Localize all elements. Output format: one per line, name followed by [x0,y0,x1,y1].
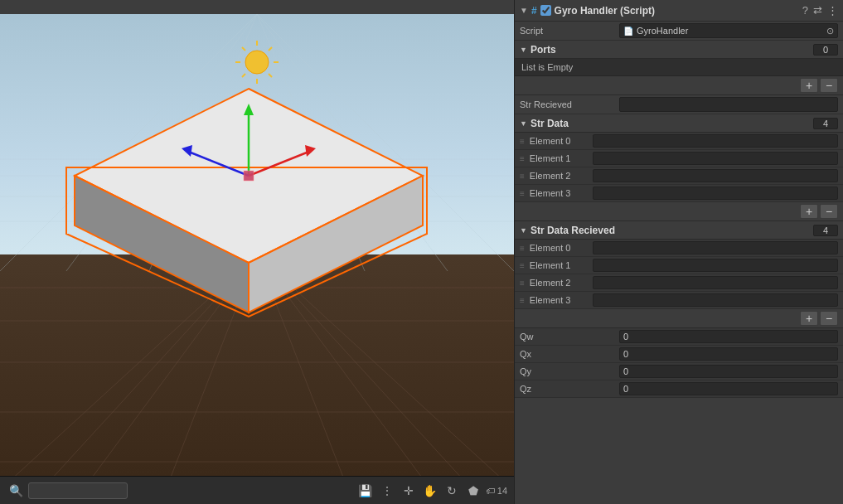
ports-add-button[interactable]: + [800,78,818,93]
inspector-panel: ▼ # Gyro Handler (Script) ? ⇄ ⋮ Script 📄… [514,0,843,504]
str-data-label: Str Data [531,118,810,129]
str-data-add-remove: + − [515,202,843,221]
str-data-count: 4 [813,118,838,129]
drag-handle-icon[interactable]: ≡ [520,172,525,181]
str-data-element-3: ≡ Element 3 [515,185,843,202]
recv-element-1-input[interactable] [593,259,838,272]
element-1-label: Element 1 [530,153,588,163]
drag-handle-icon[interactable]: ≡ [520,244,525,253]
ports-empty-list: List is Empty [515,59,843,76]
qx-label: Qx [520,349,619,359]
drag-handle-icon[interactable]: ≡ [520,279,525,288]
str-received-row: Str Recieved [515,95,843,114]
str-data-element-2: ≡ Element 2 [515,167,843,185]
str-data-remove-button[interactable]: − [820,204,838,219]
ports-count: 0 [813,44,838,56]
drag-handle-icon[interactable]: ≡ [520,261,525,270]
qy-value[interactable]: 0 [619,365,838,378]
recv-element-0-input[interactable] [593,241,838,254]
header-icons: ? ⇄ ⋮ [802,4,838,17]
str-data-recv-add-remove: + − [515,309,843,328]
help-icon[interactable]: ? [802,4,808,17]
qw-value[interactable]: 0 [619,330,838,343]
rotate-tool-icon[interactable]: ↻ [443,482,461,500]
qw-label: Qw [520,332,619,342]
str-data-recv-element-3: ≡ Element 3 [515,292,843,309]
move-tool-icon[interactable]: ✛ [400,482,418,500]
svg-rect-44 [244,171,254,181]
script-file-icon: 📄 [623,27,633,36]
hand-tool-icon[interactable]: ✋ [421,482,439,500]
qz-row: Qz 0 [515,380,843,398]
str-data-element-1: ≡ Element 1 [515,150,843,167]
str-data-section-header: ▼ Str Data 4 [515,114,843,133]
layers-label: 🏷 14 [486,486,507,496]
script-value[interactable]: 📄 GyroHandler ⊙ [619,23,838,38]
ports-empty-text: List is Empty [521,62,573,72]
str-received-value[interactable] [619,97,838,112]
str-data-add-button[interactable]: + [800,204,818,219]
more-icon[interactable]: ⋮ [827,4,838,17]
str-data-recv-label: Str Data Recieved [531,225,810,236]
str-data-recv-add-button[interactable]: + [800,311,818,326]
settings-icon[interactable]: ⇄ [813,4,822,17]
hash-icon: # [531,5,537,17]
ports-label: Ports [531,44,810,56]
toolbar-save-icon[interactable]: 💾 [356,482,375,500]
toolbar-menu-icon[interactable]: ⋮ [378,482,396,500]
recv-element-1-label: Element 1 [530,260,588,270]
recv-element-2-input[interactable] [593,276,838,289]
str-received-label: Str Recieved [520,99,619,109]
element-1-input[interactable] [593,152,838,165]
qx-value[interactable]: 0 [619,347,838,361]
recv-element-2-label: Element 2 [530,278,588,288]
script-target-btn[interactable]: ⊙ [826,26,834,36]
qz-value[interactable]: 0 [619,382,838,395]
drag-handle-icon[interactable]: ≡ [520,189,525,198]
component-title: Gyro Handler (Script) [555,5,799,17]
str-data-recv-collapse-icon[interactable]: ▼ [520,226,527,235]
collapse-arrow-icon[interactable]: ▼ [520,6,528,15]
ports-remove-button[interactable]: − [820,78,838,93]
scale-tool-icon[interactable]: ⬟ [464,482,482,500]
str-data-recv-count: 4 [813,225,838,236]
str-data-recv-remove-button[interactable]: − [820,311,838,326]
script-row: Script 📄 GyroHandler ⊙ [515,22,843,41]
str-data-collapse-icon[interactable]: ▼ [520,119,527,128]
qx-row: Qx 0 [515,346,843,363]
recv-element-0-label: Element 0 [530,243,588,253]
ports-add-remove: + − [515,76,843,95]
ports-collapse-icon[interactable]: ▼ [520,46,527,54]
scene-search-input[interactable] [28,482,128,499]
str-data-recv-element-2: ≡ Element 2 [515,274,843,292]
element-0-label: Element 0 [530,136,588,146]
drag-handle-icon[interactable]: ≡ [520,296,525,305]
drag-handle-icon[interactable]: ≡ [520,154,525,163]
qy-row: Qy 0 [515,363,843,380]
qw-row: Qw 0 [515,328,843,346]
recv-element-3-input[interactable] [593,293,838,307]
script-label: Script [520,26,619,36]
script-name: GyroHandler [637,26,688,36]
drag-handle-icon[interactable]: ≡ [520,137,525,146]
component-enabled-checkbox[interactable] [540,5,551,16]
svg-point-29 [245,51,269,74]
element-3-label: Element 3 [530,188,588,198]
str-data-recv-element-0: ≡ Element 0 [515,240,843,257]
component-header: ▼ # Gyro Handler (Script) ? ⇄ ⋮ [515,0,843,22]
qy-label: Qy [520,366,619,376]
element-0-input[interactable] [593,134,838,148]
element-3-input[interactable] [593,187,838,200]
str-data-element-0: ≡ Element 0 [515,133,843,150]
str-data-recv-section-header: ▼ Str Data Recieved 4 [515,221,843,240]
element-2-input[interactable] [593,169,838,182]
qz-label: Qz [520,384,619,394]
str-data-recv-element-1: ≡ Element 1 [515,257,843,274]
ports-section-header: ▼ Ports 0 [515,41,843,59]
recv-element-3-label: Element 3 [530,295,588,305]
scene-toolbar: 🔍 💾 ⋮ ✛ ✋ ↻ ⬟ 🏷 14 [0,476,514,504]
search-icon[interactable]: 🔍 [7,482,25,500]
element-2-label: Element 2 [530,171,588,181]
scene-view[interactable]: 🔍 💾 ⋮ ✛ ✋ ↻ ⬟ 🏷 14 [0,0,514,504]
